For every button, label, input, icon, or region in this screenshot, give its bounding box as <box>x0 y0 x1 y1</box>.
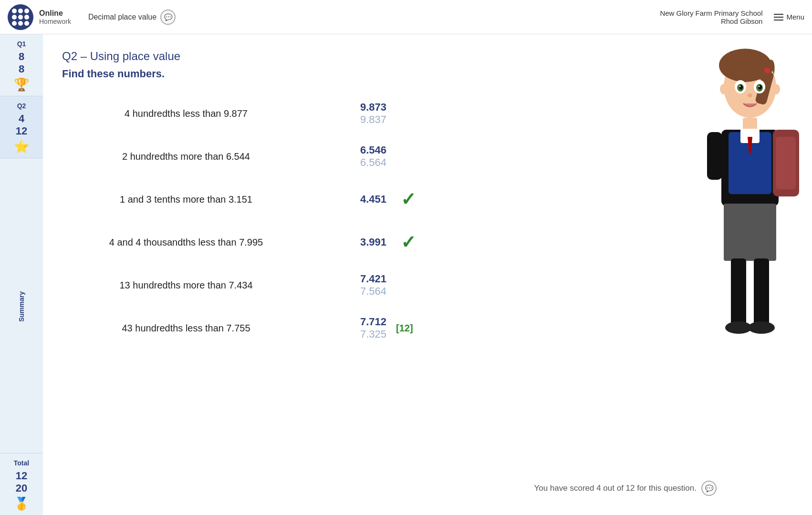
svg-rect-7 <box>707 132 722 180</box>
sidebar-q1-score: 8 <box>19 51 24 63</box>
q-answer-wrong-6: 7.325 <box>360 328 386 340</box>
svg-point-27 <box>748 93 752 97</box>
q-answer-correct-5: 7.421 <box>360 273 386 285</box>
q-answer-correct-2: 6.546 <box>360 144 386 156</box>
sidebar-total-score: 12 <box>16 470 27 482</box>
table-row: 4 and 4 thousandths less than 7.995 3.99… <box>62 228 491 257</box>
menu-label: Menu <box>786 13 804 21</box>
q-answer-correct-4: 3.991 <box>360 236 386 248</box>
q-answer-wrong-2: 6.564 <box>360 156 386 169</box>
star-icon: ⭐ <box>14 139 29 154</box>
svg-point-26 <box>759 86 760 87</box>
q-text-5: 13 hundredths more than 7.434 <box>62 280 310 291</box>
sidebar-total-section: Total 12 20 🥇 <box>0 453 43 515</box>
school-name: New Glory Farm Primary School <box>660 9 762 17</box>
svg-point-24 <box>758 85 762 90</box>
question-title: Q2 – Using place value <box>62 50 793 63</box>
sidebar-q1-icon: 🏆 <box>14 77 29 92</box>
questions-area: 4 hundredths less than 9.877 9.873 9.837… <box>62 99 491 342</box>
q-answer-correct-1: 9.873 <box>360 101 386 113</box>
summary-label[interactable]: Summary <box>18 284 25 330</box>
app-name-line2: Homework <box>39 18 71 25</box>
main-layout: Q1 8 8 🏆 Q2 4 12 ⭐ Summary Total 12 20 🥇 <box>0 34 812 515</box>
q-tag-6: [12] <box>396 323 413 334</box>
character-illustration <box>688 34 812 378</box>
app-name-line1: Online <box>39 9 71 18</box>
svg-point-13 <box>725 321 752 334</box>
trophy-icon: 🏆 <box>14 77 29 92</box>
sidebar: Q1 8 8 🏆 Q2 4 12 ⭐ Summary Total 12 20 🥇 <box>0 34 43 515</box>
svg-rect-10 <box>776 137 796 189</box>
sidebar-q2-total: 12 <box>16 125 27 137</box>
question-subtitle: Find these numbers. <box>62 68 793 80</box>
q-answers-3: 4.451 <box>310 193 386 206</box>
q-text-6: 43 hundredths less than 7.755 <box>62 323 310 334</box>
menu-button[interactable]: Menu <box>774 13 804 21</box>
score-text: You have scored 4 out of 12 for this que… <box>534 484 697 493</box>
sidebar-q1-total: 8 <box>19 63 24 75</box>
q-answer-wrong-5: 7.564 <box>360 285 386 298</box>
checkmark-4: ✓ <box>401 232 416 253</box>
table-row: 2 hundredths more than 6.544 6.546 6.564 <box>62 142 491 171</box>
character-svg <box>693 44 807 368</box>
app-title: Online Homework <box>39 9 71 25</box>
score-speech-button[interactable]: 💬 <box>701 481 717 496</box>
sidebar-total-label: Total <box>14 459 29 467</box>
score-footer: You have scored 4 out of 12 for this que… <box>534 481 717 496</box>
header: Online Homework Decimal place value 💬 Ne… <box>0 0 812 34</box>
table-row: 1 and 3 tenths more than 3.151 4.451 ✓ <box>62 185 491 214</box>
lesson-title: Decimal place value <box>88 13 156 21</box>
q-text-2: 2 hundredths more than 6.544 <box>62 151 310 162</box>
svg-rect-11 <box>731 258 746 325</box>
table-row: 13 hundredths more than 7.434 7.421 7.56… <box>62 271 491 299</box>
sidebar-q1-label[interactable]: Q1 <box>17 40 26 48</box>
svg-point-30 <box>764 68 770 73</box>
svg-point-25 <box>739 86 741 87</box>
speech-button[interactable]: 💬 <box>160 10 176 25</box>
svg-point-23 <box>739 85 743 90</box>
medal-icon: 🥇 <box>14 496 29 511</box>
logo-dots <box>12 9 29 26</box>
svg-rect-12 <box>754 258 769 325</box>
q-answers-2: 6.546 6.564 <box>310 144 386 169</box>
q-answer-wrong-1: 9.837 <box>360 113 386 126</box>
svg-point-28 <box>720 84 728 94</box>
sidebar-q2-icon: ⭐ <box>14 139 29 154</box>
user-name: Rhod Gibson <box>660 17 762 25</box>
q-text-4: 4 and 4 thousandths less than 7.995 <box>62 237 310 248</box>
header-right: New Glory Farm Primary School Rhod Gibso… <box>660 9 804 25</box>
sidebar-total-icon: 🥇 <box>14 496 29 511</box>
hamburger-icon <box>774 14 783 21</box>
q-answers-1: 9.873 9.837 <box>310 101 386 126</box>
q-text-1: 4 hundredths less than 9.877 <box>62 108 310 119</box>
sidebar-q2-section: Q2 4 12 ⭐ <box>0 96 43 158</box>
svg-point-14 <box>748 321 775 334</box>
q-answer-correct-3: 4.451 <box>360 193 386 206</box>
q-answers-5: 7.421 7.564 <box>310 273 386 298</box>
logo-icon <box>8 4 33 30</box>
lesson-title-area: Decimal place value 💬 <box>88 10 176 25</box>
q-text-3: 1 and 3 tenths more than 3.151 <box>62 194 310 205</box>
sidebar-q2-score: 4 <box>19 113 24 125</box>
content-area: Q2 – Using place value Find these number… <box>43 34 812 515</box>
q-answers-6: 7.712 7.325 <box>310 316 386 340</box>
school-info: New Glory Farm Primary School Rhod Gibso… <box>660 9 762 25</box>
svg-rect-6 <box>724 204 776 261</box>
sidebar-q2-label[interactable]: Q2 <box>17 102 26 110</box>
svg-point-29 <box>772 84 780 94</box>
table-row: 43 hundredths less than 7.755 7.712 7.32… <box>62 314 491 342</box>
sidebar-total-out-of: 20 <box>16 482 27 494</box>
checkmark-3: ✓ <box>401 189 416 210</box>
sidebar-summary-section: Summary <box>0 158 43 453</box>
table-row: 4 hundredths less than 9.877 9.873 9.837 <box>62 99 491 128</box>
q-answers-4: 3.991 <box>310 236 386 248</box>
sidebar-q1-section: Q1 8 8 🏆 <box>0 34 43 96</box>
q-answer-correct-6: 7.712 <box>360 316 386 328</box>
